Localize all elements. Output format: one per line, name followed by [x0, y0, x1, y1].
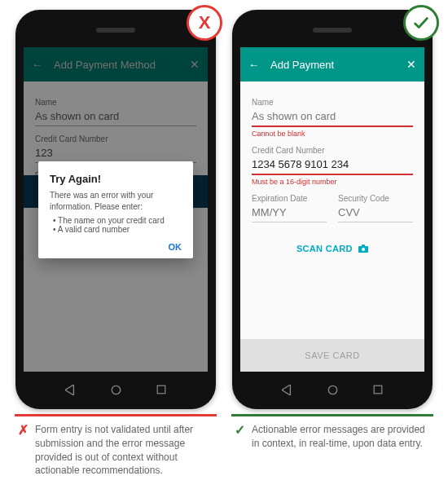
name-input[interactable]	[252, 107, 413, 127]
nav-recent-icon[interactable]	[156, 385, 166, 394]
nav-back-icon[interactable]	[282, 385, 292, 395]
exp-label: Expiration Date	[252, 194, 327, 203]
cc-input[interactable]	[252, 155, 413, 175]
svg-point-5	[328, 385, 336, 394]
check-mark-icon: ✓	[235, 421, 245, 451]
app-topbar: ← Add Payment ✕	[240, 47, 424, 82]
cvv-input[interactable]	[338, 203, 413, 222]
nav-back-icon[interactable]	[65, 385, 76, 395]
error-dialog: Try Again! There was an error with your …	[38, 161, 193, 258]
dialog-ok-button[interactable]: OK	[50, 242, 182, 252]
cc-error: Must be a 16-digit number	[252, 178, 413, 186]
camera-icon	[358, 244, 368, 254]
dialog-title: Try Again!	[50, 173, 182, 185]
nav-home-icon[interactable]	[111, 385, 121, 395]
android-navbar	[15, 381, 216, 398]
caption-good: ✓ Actionable error messages are provided…	[231, 423, 433, 451]
caption-bad: ✗ Form entry is not validated until afte…	[15, 423, 217, 478]
dialog-bullet: A valid card number	[53, 225, 182, 234]
nav-recent-icon[interactable]	[373, 385, 383, 394]
android-navbar	[232, 381, 433, 398]
dialog-body: There was an error with your information…	[50, 190, 182, 213]
modal-overlay: Try Again! There was an error with your …	[24, 47, 208, 372]
exp-input[interactable]	[252, 203, 327, 222]
cvv-label: Security Code	[338, 194, 413, 203]
svg-rect-6	[374, 385, 382, 394]
underline-bad	[15, 414, 217, 416]
phone-speaker	[96, 28, 135, 33]
svg-point-4	[362, 248, 365, 251]
svg-point-0	[112, 385, 120, 394]
svg-rect-3	[362, 244, 365, 247]
nav-home-icon[interactable]	[327, 385, 338, 395]
cc-label: Credit Card Number	[252, 146, 413, 155]
underline-good	[231, 414, 433, 416]
back-arrow-icon[interactable]: ←	[248, 59, 259, 71]
phone-mockup-bad: X ← Add Payment Method ✕ Name Credit C	[15, 10, 216, 409]
badge-incorrect: X	[187, 5, 222, 41]
scan-card-button[interactable]: SCAN CARD	[252, 244, 413, 254]
badge-correct	[403, 5, 439, 41]
x-icon: X	[199, 12, 211, 33]
close-icon[interactable]: ✕	[406, 58, 416, 71]
x-mark-icon: ✗	[18, 421, 29, 478]
dialog-bullet: The name on your credit card	[53, 216, 182, 225]
save-button-disabled: SAVE CARD	[240, 339, 424, 372]
topbar-title: Add Payment	[270, 59, 406, 71]
name-label: Name	[252, 98, 413, 107]
phone-speaker	[313, 28, 352, 33]
phone-mockup-good: ← Add Payment ✕ Name Cannot be blank Cre…	[232, 10, 433, 409]
svg-rect-1	[157, 385, 165, 394]
name-error: Cannot be blank	[252, 130, 413, 138]
check-icon	[412, 14, 430, 32]
